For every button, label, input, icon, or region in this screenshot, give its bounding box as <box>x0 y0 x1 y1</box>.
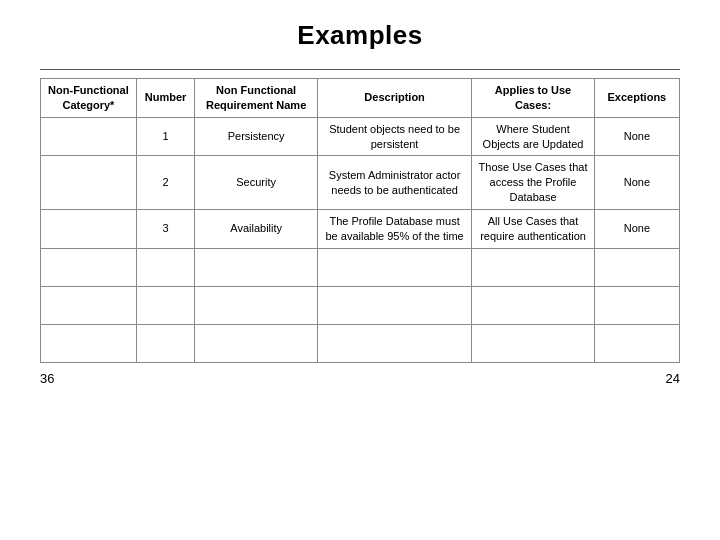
footer-right: 24 <box>666 371 680 386</box>
col-header-applies: Applies to Use Cases: <box>472 79 594 118</box>
page: Examples Non-Functional Category* Number… <box>0 0 720 540</box>
cell-description-1: Student objects need to be persistent <box>317 117 471 156</box>
cell-number-2: 2 <box>136 156 195 210</box>
col-header-description: Description <box>317 79 471 118</box>
cell-applies-3: All Use Cases that require authenticatio… <box>472 209 594 248</box>
cell-name-2: Security <box>195 156 317 210</box>
cell-name-1: Persistency <box>195 117 317 156</box>
col-header-number: Number <box>136 79 195 118</box>
table-row: 2 Security System Administrator actor ne… <box>41 156 680 210</box>
cell-applies-2: Those Use Cases that access the Profile … <box>472 156 594 210</box>
table-row-empty <box>41 286 680 324</box>
table-row-empty <box>41 324 680 362</box>
col-header-exceptions: Exceptions <box>594 79 679 118</box>
cell-category-3 <box>41 209 137 248</box>
cell-exceptions-2: None <box>594 156 679 210</box>
cell-description-3: The Profile Database must be available 9… <box>317 209 471 248</box>
table-row: 3 Availability The Profile Database must… <box>41 209 680 248</box>
footer: 36 24 <box>40 371 680 386</box>
requirements-table: Non-Functional Category* Number Non Func… <box>40 78 680 363</box>
col-header-category: Non-Functional Category* <box>41 79 137 118</box>
col-header-name: Non Functional Requirement Name <box>195 79 317 118</box>
cell-description-2: System Administrator actor needs to be a… <box>317 156 471 210</box>
cell-name-3: Availability <box>195 209 317 248</box>
divider <box>40 69 680 70</box>
table-row: 1 Persistency Student objects need to be… <box>41 117 680 156</box>
cell-exceptions-3: None <box>594 209 679 248</box>
cell-number-1: 1 <box>136 117 195 156</box>
page-title: Examples <box>297 20 422 51</box>
cell-category-1 <box>41 117 137 156</box>
footer-left: 36 <box>40 371 54 386</box>
cell-exceptions-1: None <box>594 117 679 156</box>
cell-category-2 <box>41 156 137 210</box>
cell-number-3: 3 <box>136 209 195 248</box>
table-row-empty <box>41 248 680 286</box>
cell-applies-1: Where Student Objects are Updated <box>472 117 594 156</box>
